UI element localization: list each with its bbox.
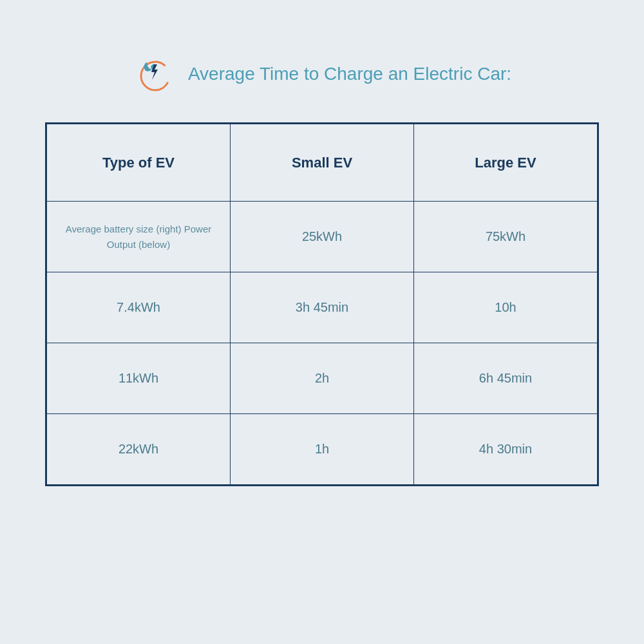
cell-small-0: 25kWh: [231, 202, 414, 272]
cell-type-3: 22kWh: [47, 414, 231, 485]
table-row: Average battery size (right) Power Outpu…: [47, 202, 598, 272]
column-header-large: Large EV: [414, 124, 598, 202]
cell-small-2: 2h: [231, 343, 414, 414]
ev-charge-icon: [133, 52, 178, 97]
ev-charging-table: Type of EV Small EV Large EV Average bat…: [45, 122, 599, 486]
cell-large-3: 4h 30min: [414, 414, 598, 485]
column-header-type: Type of EV: [47, 124, 231, 202]
column-header-small: Small EV: [231, 124, 414, 202]
page-title: Average Time to Charge an Electric Car:: [188, 64, 511, 84]
cell-small-1: 3h 45min: [231, 272, 414, 343]
cell-large-1: 10h: [414, 272, 598, 343]
table-row: 7.4kWh3h 45min10h: [47, 272, 598, 343]
cell-large-2: 6h 45min: [414, 343, 598, 414]
cell-small-3: 1h: [231, 414, 414, 485]
cell-type-2: 11kWh: [47, 343, 231, 414]
cell-type-0: Average battery size (right) Power Outpu…: [47, 202, 231, 272]
page-header: Average Time to Charge an Electric Car:: [133, 52, 511, 97]
table-row: 22kWh1h4h 30min: [47, 414, 598, 485]
cell-type-1: 7.4kWh: [47, 272, 231, 343]
table-row: 11kWh2h6h 45min: [47, 343, 598, 414]
table-header-row: Type of EV Small EV Large EV: [47, 124, 598, 202]
cell-large-0: 75kWh: [414, 202, 598, 272]
